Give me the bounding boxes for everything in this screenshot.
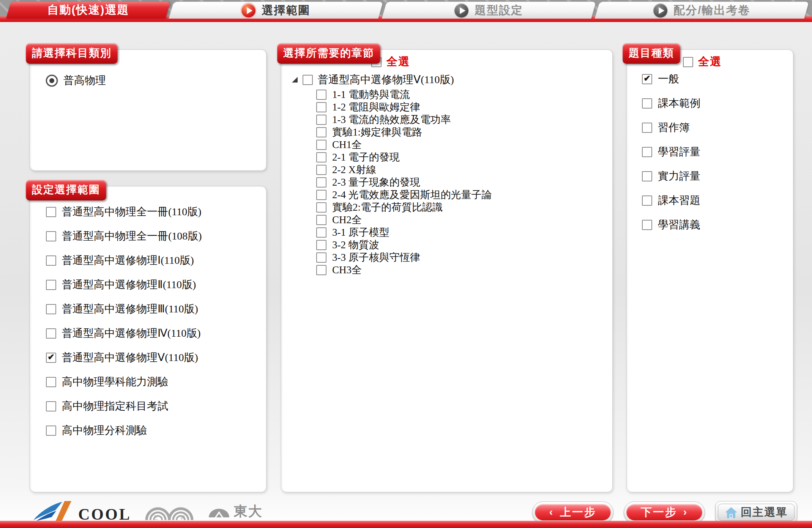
qtype-list-item[interactable]: 課本範例	[642, 96, 787, 110]
checkbox[interactable]	[642, 195, 652, 206]
checkbox[interactable]	[316, 177, 326, 188]
checkbox[interactable]	[46, 280, 56, 290]
radio-button[interactable]	[46, 75, 58, 87]
checkbox[interactable]	[316, 140, 326, 150]
range-list-item[interactable]: 普通型高中選修物理Ⅴ(110版)	[46, 350, 259, 365]
checkbox[interactable]	[642, 171, 652, 181]
chapter-tree-item[interactable]: 2-2 X射線	[316, 164, 605, 175]
qtype-list-item[interactable]: 一般	[642, 72, 787, 86]
chevron-left-icon: ‹	[549, 507, 554, 517]
range-list-item[interactable]: 高中物理指定科目考試	[46, 399, 259, 413]
checkbox[interactable]	[316, 165, 326, 175]
range-list-item[interactable]: 普通型高中選修物理Ⅲ(110版)	[46, 302, 259, 316]
checkbox[interactable]	[46, 304, 56, 314]
next-button[interactable]: 下一步 ›	[626, 504, 702, 520]
checkbox[interactable]	[303, 75, 313, 85]
chapter-tree-item[interactable]: CH2全	[316, 214, 605, 225]
tab-label: 題型設定	[475, 3, 523, 18]
checkbox[interactable]	[46, 328, 56, 339]
checkbox[interactable]	[642, 220, 652, 230]
checkbox[interactable]	[642, 123, 652, 133]
range-item-label: 普通型高中物理全一冊(110版)	[62, 205, 202, 219]
chapter-tree-item[interactable]: 2-3 量子現象的發現	[316, 177, 605, 188]
range-list-item[interactable]: 高中物理學科能力測驗	[46, 375, 259, 389]
checkbox[interactable]	[642, 98, 652, 109]
range-list-item[interactable]: 普通型高中物理全一冊(108版)	[46, 229, 259, 243]
chapter-tree-item[interactable]: CH3全	[316, 264, 605, 276]
home-button-label: 回主選單	[741, 505, 788, 520]
dongda-logo-icon	[207, 502, 231, 520]
tab-select-range[interactable]: 選擇範圍	[169, 2, 383, 19]
qtype-list-item[interactable]: 實力評量	[642, 169, 787, 183]
range-list-item[interactable]: 普通型高中選修物理Ⅰ(110版)	[46, 253, 259, 268]
chapter-tree-item[interactable]: 3-3 原子核與守恆律	[316, 252, 605, 263]
checkbox[interactable]	[46, 231, 56, 241]
checkbox[interactable]	[316, 102, 326, 112]
chapter-tree-item[interactable]: 實驗1:姆定律與電路	[316, 126, 605, 138]
range-list-item[interactable]: 高中物理分科測驗	[46, 423, 259, 438]
checkbox[interactable]	[316, 240, 326, 250]
chevron-right-icon: ›	[683, 507, 688, 517]
chapter-tree-item[interactable]: 2-1 電子的發現	[316, 151, 605, 163]
home-icon	[725, 506, 738, 519]
home-button[interactable]: 回主選單	[718, 504, 795, 521]
footer-nav-buttons: ‹ 上一步 下一步 › 回主選單	[532, 501, 797, 523]
qtype-select-all[interactable]: 全選	[683, 54, 722, 69]
chapter-item-label: 1-1 電動勢與電流	[332, 89, 410, 100]
checkbox[interactable]	[316, 190, 326, 200]
checkbox[interactable]	[316, 90, 326, 100]
range-item-label: 普通型高中選修物理Ⅳ(110版)	[62, 326, 200, 340]
qtype-list-item[interactable]: 習作簿	[642, 120, 787, 135]
checkbox[interactable]	[46, 255, 56, 266]
checkbox[interactable]	[642, 74, 652, 84]
qtype-list-item[interactable]: 課本習題	[642, 193, 787, 208]
chapter-tree-item[interactable]: 1-1 電動勢與電流	[316, 89, 605, 100]
chapter-tree-item[interactable]: CH1全	[316, 139, 605, 150]
range-item-label: 普通型高中選修物理Ⅲ(110版)	[62, 302, 198, 316]
checkbox[interactable]	[316, 202, 326, 213]
checkbox[interactable]	[46, 353, 56, 363]
panel-title-badge: 題目種類	[623, 43, 680, 64]
range-selection-panel: 設定選擇範圍 普通型高中物理全一冊(110版) 普通型高中物理全一冊(108版)…	[30, 186, 266, 492]
range-item-label: 普通型高中選修物理Ⅴ(110版)	[62, 350, 198, 365]
checkbox[interactable]	[316, 115, 326, 125]
range-list-item[interactable]: 普通型高中物理全一冊(110版)	[46, 205, 259, 219]
chapter-tree-item[interactable]: 3-1 原子模型	[316, 227, 605, 238]
checkbox[interactable]	[316, 152, 326, 162]
chapter-tree-item[interactable]: 1-3 電流的熱效應及電功率	[316, 114, 605, 125]
select-all-checkbox[interactable]	[683, 57, 693, 67]
footer-logos: COOL 三 民 東大	[33, 500, 263, 522]
checkbox[interactable]	[46, 401, 56, 411]
range-list-item[interactable]: 普通型高中選修物理Ⅱ(110版)	[46, 277, 259, 292]
checkbox[interactable]	[46, 207, 56, 217]
chapter-tree-item[interactable]: 實驗2:電子的荷質比認識	[316, 202, 605, 213]
chapter-tree-item[interactable]: 2-4 光電效應及愛因斯坦的光量子論	[316, 189, 605, 200]
tree-expander-icon[interactable]	[292, 77, 298, 83]
qtype-item-label: 學習講義	[658, 218, 700, 232]
qtype-list-item[interactable]: 學習評量	[642, 145, 787, 159]
prev-button[interactable]: ‹ 上一步	[535, 504, 611, 520]
checkbox[interactable]	[642, 147, 652, 157]
subject-option[interactable]: 普高物理	[46, 73, 255, 88]
chapter-tree-item[interactable]: 3-2 物質波	[316, 239, 605, 251]
checkbox[interactable]	[316, 215, 326, 225]
range-list-item[interactable]: 普通型高中選修物理Ⅳ(110版)	[46, 326, 259, 340]
checkbox[interactable]	[46, 377, 56, 387]
checkbox[interactable]	[46, 426, 56, 436]
bottom-red-bar	[0, 521, 812, 528]
checkbox[interactable]	[316, 252, 326, 263]
tab-question-type-settings[interactable]: 題型設定	[382, 2, 596, 19]
checkbox[interactable]	[316, 227, 326, 238]
checkbox[interactable]	[316, 265, 326, 275]
qtype-list-item[interactable]: 學習講義	[642, 218, 787, 232]
checkbox[interactable]	[316, 127, 326, 137]
range-list: 普通型高中物理全一冊(110版) 普通型高中物理全一冊(108版) 普通型高中選…	[30, 186, 266, 438]
tab-auto-quick-select[interactable]: 自動(快速)選題	[6, 2, 170, 19]
range-item-label: 高中物理指定科目考試	[62, 399, 168, 413]
range-item-label: 高中物理分科測驗	[62, 423, 147, 438]
tab-score-output[interactable]: 配分/輸出考卷	[594, 2, 809, 19]
chapter-tree-item[interactable]: 1-2 電阻與歐姆定律	[316, 101, 605, 113]
range-item-label: 普通型高中選修物理Ⅰ(110版)	[62, 253, 194, 268]
chapter-tree-root[interactable]: 普通型高中選修物理Ⅴ(110版)	[292, 73, 605, 87]
qtype-item-label: 課本習題	[658, 193, 700, 208]
